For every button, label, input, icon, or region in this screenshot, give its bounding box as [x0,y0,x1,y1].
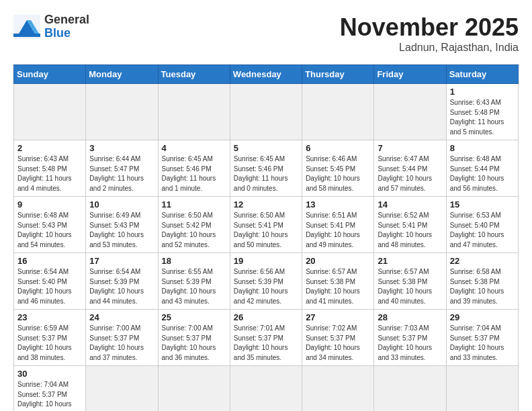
day-info: Sunrise: 6:48 AM Sunset: 5:44 PM Dayligh… [450,154,515,193]
table-row: 7Sunrise: 6:47 AM Sunset: 5:44 PM Daylig… [374,140,446,197]
day-number: 5 [234,143,298,153]
svg-rect-3 [13,34,40,37]
table-row: 12Sunrise: 6:50 AM Sunset: 5:41 PM Dayli… [230,197,302,253]
table-row: 18Sunrise: 6:55 AM Sunset: 5:39 PM Dayli… [158,253,230,310]
day-info: Sunrise: 7:04 AM Sunset: 5:37 PM Dayligh… [17,380,82,411]
day-number: 16 [17,256,82,266]
day-info: Sunrise: 7:01 AM Sunset: 5:37 PM Dayligh… [234,324,298,363]
table-row [374,84,446,140]
day-info: Sunrise: 6:45 AM Sunset: 5:46 PM Dayligh… [234,154,298,193]
title-block: November 2025 Ladnun, Rajasthan, India [340,13,519,54]
table-row [230,84,302,140]
day-number: 1 [450,87,515,97]
day-number: 24 [89,312,154,322]
day-number: 26 [234,312,298,322]
day-number: 10 [89,199,154,210]
day-number: 21 [378,256,442,266]
day-number: 27 [306,312,370,322]
day-info: Sunrise: 7:02 AM Sunset: 5:37 PM Dayligh… [306,324,370,363]
table-row: 22Sunrise: 6:58 AM Sunset: 5:38 PM Dayli… [446,253,518,310]
day-info: Sunrise: 7:00 AM Sunset: 5:37 PM Dayligh… [162,324,226,363]
table-row: 21Sunrise: 6:57 AM Sunset: 5:38 PM Dayli… [374,253,446,310]
table-row [302,84,374,140]
day-info: Sunrise: 7:03 AM Sunset: 5:37 PM Dayligh… [378,324,442,363]
table-row: 5Sunrise: 6:45 AM Sunset: 5:46 PM Daylig… [230,140,302,197]
table-row: 28Sunrise: 7:03 AM Sunset: 5:37 PM Dayli… [374,310,446,366]
day-info: Sunrise: 6:43 AM Sunset: 5:48 PM Dayligh… [450,98,515,137]
calendar-row-3: 16Sunrise: 6:54 AM Sunset: 5:40 PM Dayli… [14,253,519,310]
table-row: 6Sunrise: 6:46 AM Sunset: 5:45 PM Daylig… [302,140,374,197]
day-number: 22 [450,256,515,266]
logo: General Blue [13,13,89,40]
day-info: Sunrise: 6:45 AM Sunset: 5:46 PM Dayligh… [162,154,226,193]
page-header: General Blue November 2025 Ladnun, Rajas… [13,13,519,54]
day-info: Sunrise: 6:55 AM Sunset: 5:39 PM Dayligh… [162,267,226,306]
table-row: 20Sunrise: 6:57 AM Sunset: 5:38 PM Dayli… [302,253,374,310]
table-row [302,366,374,412]
table-row [86,366,158,412]
table-row: 11Sunrise: 6:50 AM Sunset: 5:42 PM Dayli… [158,197,230,253]
day-info: Sunrise: 6:49 AM Sunset: 5:43 PM Dayligh… [89,211,154,250]
col-friday: Friday [374,65,446,84]
table-row [230,366,302,412]
calendar-row-2: 9Sunrise: 6:48 AM Sunset: 5:43 PM Daylig… [14,197,519,253]
day-number: 3 [89,143,154,153]
calendar-row-1: 2Sunrise: 6:43 AM Sunset: 5:48 PM Daylig… [14,140,519,197]
table-row: 25Sunrise: 7:00 AM Sunset: 5:37 PM Dayli… [158,310,230,366]
table-row: 10Sunrise: 6:49 AM Sunset: 5:43 PM Dayli… [86,197,158,253]
day-number: 18 [162,256,226,266]
logo-icon [13,15,40,39]
col-monday: Monday [86,65,158,84]
day-number: 4 [162,143,226,153]
table-row: 19Sunrise: 6:56 AM Sunset: 5:39 PM Dayli… [230,253,302,310]
location-subtitle: Ladnun, Rajasthan, India [340,42,519,54]
day-info: Sunrise: 6:48 AM Sunset: 5:43 PM Dayligh… [17,211,82,250]
table-row: 1Sunrise: 6:43 AM Sunset: 5:48 PM Daylig… [446,84,518,140]
day-info: Sunrise: 6:57 AM Sunset: 5:38 PM Dayligh… [378,267,442,306]
day-number: 6 [306,143,370,153]
calendar-row-5: 30Sunrise: 7:04 AM Sunset: 5:37 PM Dayli… [14,366,519,412]
day-info: Sunrise: 6:53 AM Sunset: 5:40 PM Dayligh… [450,211,515,250]
day-info: Sunrise: 6:50 AM Sunset: 5:42 PM Dayligh… [162,211,226,250]
day-info: Sunrise: 6:59 AM Sunset: 5:37 PM Dayligh… [17,324,82,363]
calendar-row-0: 1Sunrise: 6:43 AM Sunset: 5:48 PM Daylig… [14,84,519,140]
day-number: 23 [17,312,82,322]
day-info: Sunrise: 6:58 AM Sunset: 5:38 PM Dayligh… [450,267,515,306]
table-row: 4Sunrise: 6:45 AM Sunset: 5:46 PM Daylig… [158,140,230,197]
day-number: 12 [234,199,298,210]
day-number: 14 [378,199,442,210]
table-row [158,84,230,140]
day-info: Sunrise: 7:04 AM Sunset: 5:37 PM Dayligh… [450,324,515,363]
day-number: 28 [378,312,442,322]
table-row: 16Sunrise: 6:54 AM Sunset: 5:40 PM Dayli… [14,253,86,310]
table-row [374,366,446,412]
day-number: 19 [234,256,298,266]
day-number: 30 [17,369,82,379]
table-row: 8Sunrise: 6:48 AM Sunset: 5:44 PM Daylig… [446,140,518,197]
day-number: 9 [17,199,82,210]
day-number: 17 [89,256,154,266]
day-info: Sunrise: 6:57 AM Sunset: 5:38 PM Dayligh… [306,267,370,306]
col-sunday: Sunday [14,65,86,84]
day-info: Sunrise: 6:44 AM Sunset: 5:47 PM Dayligh… [89,154,154,193]
day-info: Sunrise: 7:00 AM Sunset: 5:37 PM Dayligh… [89,324,154,363]
calendar-table: Sunday Monday Tuesday Wednesday Thursday… [13,64,519,411]
table-row [446,366,518,412]
table-row: 23Sunrise: 6:59 AM Sunset: 5:37 PM Dayli… [14,310,86,366]
table-row: 26Sunrise: 7:01 AM Sunset: 5:37 PM Dayli… [230,310,302,366]
day-info: Sunrise: 6:47 AM Sunset: 5:44 PM Dayligh… [378,154,442,193]
day-number: 2 [17,143,82,153]
table-row: 15Sunrise: 6:53 AM Sunset: 5:40 PM Dayli… [446,197,518,253]
day-info: Sunrise: 6:54 AM Sunset: 5:39 PM Dayligh… [89,267,154,306]
table-row: 27Sunrise: 7:02 AM Sunset: 5:37 PM Dayli… [302,310,374,366]
day-number: 13 [306,199,370,210]
day-number: 29 [450,312,515,322]
day-info: Sunrise: 6:52 AM Sunset: 5:41 PM Dayligh… [378,211,442,250]
col-wednesday: Wednesday [230,65,302,84]
day-number: 15 [450,199,515,210]
table-row: 3Sunrise: 6:44 AM Sunset: 5:47 PM Daylig… [86,140,158,197]
day-number: 8 [450,143,515,153]
calendar-row-4: 23Sunrise: 6:59 AM Sunset: 5:37 PM Dayli… [14,310,519,366]
table-row [14,84,86,140]
day-info: Sunrise: 6:46 AM Sunset: 5:45 PM Dayligh… [306,154,370,193]
